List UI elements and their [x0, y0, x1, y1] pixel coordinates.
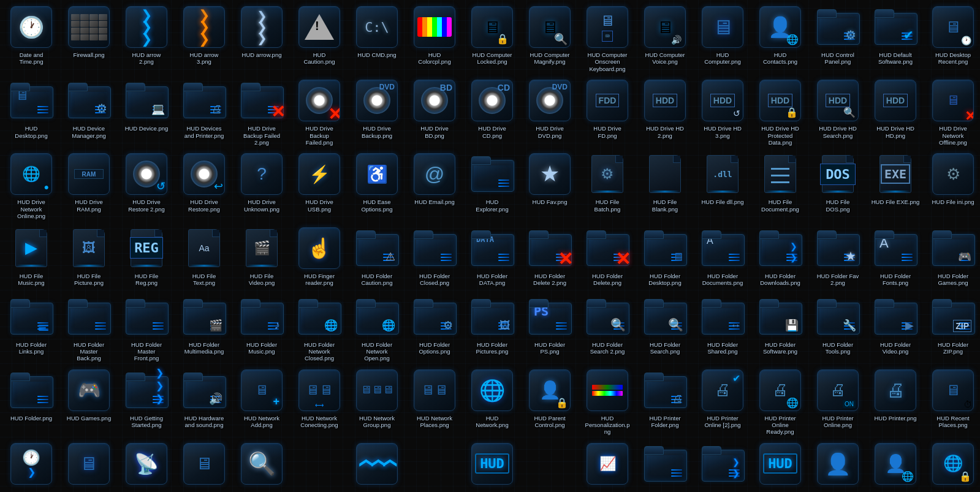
icon-item-hud-network-connecting[interactable]: 🖥🖥⟷HUD Network Conecting.png [291, 366, 348, 439]
icon-item-hud-folder-net-open[interactable]: 🌐 HUD Folder Network Open.png [348, 292, 406, 366]
icon-item-hud-folder-options[interactable]: ⚙ HUD Folder Options.png [406, 292, 463, 366]
icon-item-hud-getting-started[interactable]: ❯❯❯ HUD Getting Started.png [118, 366, 175, 439]
icon-item-hud-parent-control[interactable]: 👤🔒HUD Parent Control.png [521, 366, 579, 439]
icon-item-hud-folder-music[interactable]: ♪ HUD Folder Music.png [233, 292, 291, 366]
icon-item-hud-folder-zip[interactable]: ZIP HUD Folder ZIP.png [924, 292, 980, 366]
icon-item-hud-folder-tools[interactable]: 🔧 HUD Folder Tools.png [809, 292, 867, 366]
icon-item-hud-arrow[interactable]: ❯❯❯HUD arrow.png [233, 2, 291, 76]
icon-item-hud-games[interactable]: 🎮HUD Games.png [60, 366, 118, 439]
icon-item-hud-device[interactable]: 💻 HUD Device.png [118, 76, 175, 149]
icon-item-hud-row6-12[interactable] [636, 439, 694, 492]
icon-item-hud-personalization[interactable]: HUD Personalization.p ng [579, 366, 636, 439]
icon-item-hud-folder-links[interactable]: HUD Folder Links.png [2, 292, 60, 366]
icon-item-hud-folder-master-front[interactable]: HUD Folder Master Front.png [118, 292, 175, 366]
icon-item-hud-network-add[interactable]: 🖥+HUD Network Add.png [233, 366, 291, 439]
icon-item-hud-drive-fd[interactable]: FDDHUD Drive FD.png [579, 76, 636, 149]
icon-item-date-time[interactable]: 🕐Date and Time.png [2, 2, 60, 76]
icon-item-hud-computer[interactable]: 🖥HUD Computer.png [694, 2, 751, 76]
icon-item-hud-file-dll[interactable]: .dll HUD File dll.png [694, 149, 751, 223]
icon-item-hud-folder-search2[interactable]: 🔍 HUD Folder Search 2.png [579, 292, 636, 366]
icon-item-hud-comp-onscreen[interactable]: 🖥⌨HUD Computer Onscreen Keyboard.png [579, 2, 636, 76]
icon-item-hud-folder-shared[interactable]: ↔ HUD Folder Shared.png [694, 292, 751, 366]
icon-item-hud-folder-net-closed[interactable]: 🌐 HUD Folder Network Closed.png [291, 292, 348, 366]
icon-item-hud-comp-voice[interactable]: 🖥🔊HUD Computer Voice.png [636, 2, 694, 76]
icon-item-hud-row6-5[interactable]: 🔍 [233, 439, 291, 492]
icon-item-hud-folder-closed[interactable]: HUD Folder Closed.png [406, 224, 463, 292]
icon-item-hud-drive-restore2[interactable]: ↺HUD Drive Restore 2.png [118, 149, 175, 223]
icon-item-hud-file-batch[interactable]: ⚙ HUD File Batch.png [579, 149, 636, 223]
icon-item-hud-row6-3[interactable]: 📡 [118, 439, 175, 492]
icon-item-hud-row6-9[interactable]: HUD [463, 439, 521, 492]
icon-item-hud-row6-2[interactable]: 🖥 [60, 439, 118, 492]
icon-item-hud-drive-unknown[interactable]: ?HUD Drive Unknown.png [233, 149, 291, 223]
icon-item-hud-network-places[interactable]: 🖥🖥HUD Network Places.png [406, 366, 463, 439]
icon-item-hud-folder[interactable]: HUD Folder.png [2, 366, 60, 439]
icon-item-hud-row6-7[interactable]: ❯❯❯ [348, 439, 406, 492]
icon-item-hud-printer[interactable]: 🖨HUD Printer.png [867, 366, 924, 439]
icon-item-hud-devices-printer[interactable]: 🖨 HUD Devices and Printer.png [175, 76, 233, 149]
icon-item-hud-fav[interactable]: ★HUD Fav.png [521, 149, 579, 223]
icon-item-hud-folder-desktop[interactable]: 🖥 HUD Folder Desktop.png [636, 224, 694, 292]
icon-item-hud-row6-17[interactable]: 🌐🔒 [924, 439, 980, 492]
icon-item-hud-printer-online[interactable]: 🖨ONHUD Printer Online.png [809, 366, 867, 439]
icon-item-hud-file-text[interactable]: Aa HUD File Text.png [175, 224, 233, 292]
icon-item-hud-drive-cd[interactable]: CDHUD Drive CD.png [463, 76, 521, 149]
icon-item-hud-folder-delete[interactable]: ✕ HUD Folder Delete.png [579, 224, 636, 292]
icon-item-hud-drive-backup-failed[interactable]: ✕HUD Drive Backup Failed.png [291, 76, 348, 149]
icon-item-hud-desktop2[interactable]: 🖥 HUD Desktop.png [2, 76, 60, 149]
icon-item-hud-file-blank[interactable]: HUD File Blank.png [636, 149, 694, 223]
icon-item-hud-finger-reader[interactable]: ☝HUD Finger reader.png [291, 224, 348, 292]
icon-item-hud-folder-video[interactable]: ▶ HUD Folder Video.png [867, 292, 924, 366]
icon-item-hud-file-picture[interactable]: 🖼 HUD File Picture.png [60, 224, 118, 292]
icon-item-hud-drive-dvd[interactable]: DVDHUD Drive DVD.png [521, 76, 579, 149]
icon-item-hud-recent-places[interactable]: 🖥⏱HUD Recent Places.png [924, 366, 980, 439]
icon-item-hud-network[interactable]: 🌐HUD Network.png [463, 366, 521, 439]
icon-item-hud-drive-usb[interactable]: ⚡HUD Drive USB.png [291, 149, 348, 223]
icon-item-hud-row6-15[interactable]: 👤 [809, 439, 867, 492]
icon-item-hud-folder-fonts[interactable]: A HUD Folder Fonts.png [867, 224, 924, 292]
icon-item-hud-file-dos[interactable]: DOS HUD File DOS.png [809, 149, 867, 223]
icon-item-hud-colorcpl[interactable]: HUD Colorcpl.png [406, 2, 463, 76]
icon-item-hud-contacts[interactable]: 👤🌐HUD Contacts.png [751, 2, 809, 76]
icon-item-hud-folder-pictures[interactable]: 🖼 HUD Folder Pictures.png [463, 292, 521, 366]
icon-item-hud-arrow2[interactable]: ❯❯❯HUD arrow 2.png [118, 2, 175, 76]
icon-item-hud-file-video[interactable]: 🎬 HUD File Video.png [233, 224, 291, 292]
icon-item-hud-folder-documents[interactable]: A HUD Folder Documents.png [694, 224, 751, 292]
icon-item-hud-comp-locked[interactable]: 🖥🔒HUD Computer Locked.png [463, 2, 521, 76]
icon-item-hud-drive-hd-search[interactable]: HDD🔍HUD Drive HD Search.png [809, 76, 867, 149]
icon-item-hud-folder-search[interactable]: 🔍 HUD Folder Search.png [636, 292, 694, 366]
icon-item-hud-row6-10[interactable] [521, 439, 579, 492]
icon-item-hud-folder-master-back[interactable]: HUD Folder Master Back.png [60, 292, 118, 366]
icon-item-hud-folder-data[interactable]: DATA HUD Folder DATA.png [463, 224, 521, 292]
icon-item-hud-row6-1[interactable]: 🕐❯ [2, 439, 60, 492]
icon-item-hud-drive-backup-failed2[interactable]: ✕ HUD Drive Backup Failed 2.png [233, 76, 291, 149]
icon-item-hud-drive-hd2[interactable]: HDDHUD Drive HD 2.png [636, 76, 694, 149]
icon-item-hud-ease[interactable]: ♿HUD Ease Options.png [348, 149, 406, 223]
icon-item-hud-file-music[interactable]: ▶ HUD File Music.png [2, 224, 60, 292]
icon-item-hud-folder-downloads[interactable]: ❯❯ HUD Folder Downloads.png [751, 224, 809, 292]
icon-item-hud-row6-6[interactable] [291, 439, 348, 492]
icon-item-hud-drive-bd[interactable]: BDHUD Drive BD.png [406, 76, 463, 149]
icon-item-hud-desktop-recent[interactable]: 🖥🕐HUD Desktop Recent.png [924, 2, 980, 76]
icon-item-hud-file-exe[interactable]: EXE HUD File EXE.png [867, 149, 924, 223]
icon-item-hud-control-panel[interactable]: ⚙ HUD Control Panel.png [809, 2, 867, 76]
icon-item-hud-folder-software[interactable]: 💾 HUD Folder Software.png [751, 292, 809, 366]
icon-item-hud-drive-net-offline[interactable]: 🖥✕HUD Drive Network Offline.png [924, 76, 980, 149]
icon-item-hud-drive-net-online[interactable]: 🌐●HUD Drive Network Online.png [2, 149, 60, 223]
icon-item-hud-folder-multimedia[interactable]: 🎬 HUD Folder Multimedia.png [175, 292, 233, 366]
icon-item-hud-drive-hd3[interactable]: HDD↺HUD Drive HD 3.png [694, 76, 751, 149]
icon-item-hud-printer-online2[interactable]: 🖨✔HUD Printer Online [2].png [694, 366, 751, 439]
icon-item-hud-default-software[interactable]: ✔ HUD Default Software.png [867, 2, 924, 76]
icon-item-hud-printer-folder[interactable]: 🖨 HUD Printer Folder.png [636, 366, 694, 439]
icon-item-firewall[interactable]: Firewall.png [60, 2, 118, 76]
icon-item-hud-folder-games[interactable]: 🎮 HUD Folder Games.png [924, 224, 980, 292]
icon-item-hud-drive-restore[interactable]: ↩HUD Drive Restore.png [175, 149, 233, 223]
icon-item-hud-folder-caution[interactable]: ⚠ HUD Folder Caution.png [348, 224, 406, 292]
icon-item-hud-file-reg[interactable]: REG HUD File Reg.png [118, 224, 175, 292]
icon-item-hud-folder-fav2[interactable]: ★ HUD Folder Fav 2.png [809, 224, 867, 292]
icon-item-hud-file-ini[interactable]: ⚙HUD File ini.png [924, 149, 980, 223]
icon-item-hud-folder-delete2[interactable]: ✕ HUD Folder Delete 2.png [521, 224, 579, 292]
icon-item-hud-folder-ps[interactable]: PS HUD Folder PS.png [521, 292, 579, 366]
icon-item-hud-drive-hd[interactable]: HDDHUD Drive HD HD.png [867, 76, 924, 149]
icon-item-hud-drive-backup[interactable]: DVDHUD Drive Backup.png [348, 76, 406, 149]
